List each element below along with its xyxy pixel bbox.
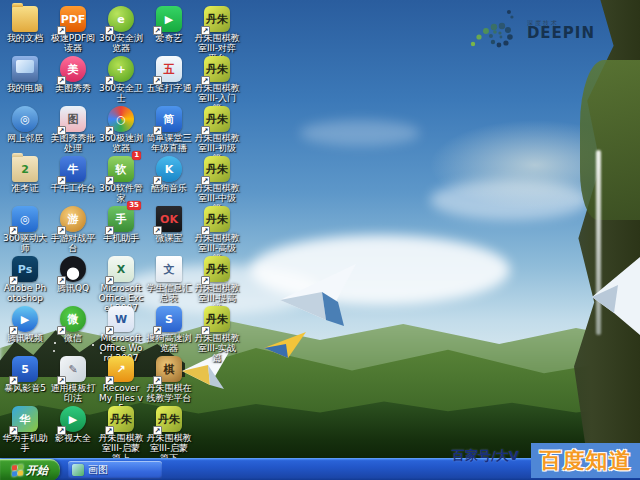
start-button[interactable]: 开始: [0, 459, 60, 480]
desktop-icon-meitu-batch[interactable]: 图↗美图秀秀批处理: [50, 106, 96, 153]
shortcut-arrow-icon: ↗: [201, 76, 210, 85]
shortcut-arrow-icon: ↗: [57, 226, 66, 235]
desktop-icon-pdf-reader[interactable]: PDF↗极速PDF阅读器: [50, 6, 96, 53]
source-watermark: 百家号/大V: [452, 447, 519, 465]
desktop-icon-recover-my-files[interactable]: ↗↗Recover My Files v5: [98, 356, 144, 413]
window-app-icon: [72, 464, 84, 476]
shortcut-arrow-icon: ↗: [153, 226, 162, 235]
shortcut-arrow-icon: ↗: [153, 76, 162, 85]
desktop-icon-student-doc[interactable]: 文学生信息汇总表: [146, 256, 192, 303]
desktop-icon-danzhu-rumen[interactable]: 丹朱↗丹朱围棋教室III-入门篇: [194, 56, 240, 113]
shortcut-arrow-icon: ↗: [201, 126, 210, 135]
desktop-icon-360-driver[interactable]: ◎↗360驱动大师: [2, 206, 48, 253]
desktop-icon-label: 丹朱围棋教室III-启蒙篇下: [146, 433, 192, 458]
desktop-icon-weike-ok[interactable]: OK↗微课宝: [146, 206, 192, 243]
desktop-icon-label: 360软件管家: [98, 183, 144, 203]
shortcut-arrow-icon: ↗: [57, 426, 66, 435]
danzhu-zhongji-icon: 丹朱↗: [204, 156, 230, 182]
desktop-icon-360-browser[interactable]: e↗360安全浏览器: [98, 6, 144, 53]
desktop-icon-kugou[interactable]: K↗酷狗音乐: [146, 156, 192, 193]
desktop-icon-tencent-qq[interactable]: ↗腾讯QQ: [50, 256, 96, 293]
desktop-icon-my-documents[interactable]: 我的文档: [2, 6, 48, 43]
desktop-icon-network-places[interactable]: ◎网上邻居: [2, 106, 48, 143]
desktop-icon-360-chrome[interactable]: ○↗360极速浏览器: [98, 106, 144, 153]
desktop-icon-danzhu-qimeng-xia[interactable]: 丹朱↗丹朱围棋教室III-启蒙篇下: [146, 406, 192, 458]
danzhu-shizhan-icon: 丹朱↗: [204, 306, 230, 332]
desktop-icon-label: 我的文档: [2, 33, 48, 43]
kugou-icon: K↗: [156, 156, 182, 182]
desktop-icon-danzhu-tigao[interactable]: 丹朱↗丹朱围棋教室III-提高篇: [194, 256, 240, 313]
shortcut-arrow-icon: ↗: [201, 326, 210, 335]
desktop-icon-label: 丹朱围棋教室III-实战篇: [194, 333, 240, 363]
windows-flag-icon: [12, 464, 23, 476]
desktop-icon-danzhu-online[interactable]: 棋↗丹朱围棋在线教学平台: [146, 356, 192, 403]
desktop-icon-wechat[interactable]: 微↗微信: [50, 306, 96, 343]
desktop-icon-yingshi-daquan[interactable]: ▶↗影视大全: [50, 406, 96, 443]
desktop-icon-danzhu-gaoji[interactable]: 丹朱↗丹朱围棋教室III-高级篇: [194, 206, 240, 263]
wubi-icon: 五↗: [156, 56, 182, 82]
desktop-icon-zhunkaozheng[interactable]: 2准考证: [2, 156, 48, 193]
desktop-icon-shouyou[interactable]: 游↗手游对战平台: [50, 206, 96, 253]
shortcut-arrow-icon: ↗: [57, 326, 66, 335]
desktop-icon-label: 丹朱围棋在线教学平台: [146, 383, 192, 403]
desktop-icon-sogou-browser[interactable]: S↗搜狗高速浏览器: [146, 306, 192, 353]
desktop-icon-label: 360极速浏览器: [98, 133, 144, 153]
desktop-icon-excel[interactable]: X↗Microsoft Office Excel 2007: [98, 256, 144, 313]
meitu-icon: 美↗: [60, 56, 86, 82]
desktop-icon-baofeng[interactable]: 5↗暴风影音5: [2, 356, 48, 393]
shortcut-arrow-icon: ↗: [105, 226, 114, 235]
desktop-icon-danzhu-zhongji[interactable]: 丹朱↗丹朱围棋教室III-中级篇: [194, 156, 240, 213]
shortcut-arrow-icon: ↗: [105, 376, 114, 385]
desktop-icon-label: 美图秀秀批处理: [50, 133, 96, 153]
desktop-icon-danzhu-duiyi[interactable]: 丹朱↗丹朱围棋教室III-对弈平台: [194, 6, 240, 63]
taskbar-window-button[interactable]: 画图: [68, 461, 162, 479]
icon-grid: 我的文档PDF↗极速PDF阅读器e↗360安全浏览器▶↗爱奇艺丹朱↗丹朱围棋教室…: [0, 0, 640, 458]
360-browser-icon: e↗: [108, 6, 134, 32]
desktop-wallpaper: 深度技术 DEEPIN 我的文档PDF↗极速PDF阅读器e↗360安全浏览器▶↗…: [0, 0, 640, 458]
desktop-icon-qianniu[interactable]: 牛↗千牛工作台: [50, 156, 96, 193]
desktop-icon-word[interactable]: W↗Microsoft Office Word 2007: [98, 306, 144, 363]
pdf-reader-icon: PDF↗: [60, 6, 86, 32]
zhunkaozheng-icon: 2: [12, 156, 38, 182]
desktop-icon-tencent-video[interactable]: ▶↗腾讯视频: [2, 306, 48, 343]
desktop-icon-meitu[interactable]: 美↗美图秀秀: [50, 56, 96, 93]
shortcut-arrow-icon: ↗: [57, 126, 66, 135]
desktop-icon-phone-assist[interactable]: 手↗35手机助手: [98, 206, 144, 243]
shortcut-arrow-icon: ↗: [57, 26, 66, 35]
danzhu-online-icon: 棋↗: [156, 356, 182, 382]
desktop-icon-label: 丹朱围棋教室III-启蒙篇上: [98, 433, 144, 458]
desktop-icon-danzhu-chuji[interactable]: 丹朱↗丹朱围棋教室III-初级篇: [194, 106, 240, 163]
tongyong-print-icon: ✎↗: [60, 356, 86, 382]
shortcut-arrow-icon: ↗: [153, 26, 162, 35]
desktop-icon-tongyong-print[interactable]: ✎↗通用模板打印法: [50, 356, 96, 403]
shortcut-arrow-icon: ↗: [201, 276, 210, 285]
desktop-icon-label: Adobe Photoshop: [2, 283, 48, 303]
desktop-icon-huawei-hisuite[interactable]: 华↗华为手机助手: [2, 406, 48, 453]
desktop-icon-wubi[interactable]: 五↗五笔打字通: [146, 56, 192, 93]
desktop-icon-danzhu-qimeng-shang[interactable]: 丹朱↗丹朱围棋教室III-启蒙篇上: [98, 406, 144, 458]
desktop-icon-label: 手游对战平台: [50, 233, 96, 253]
shortcut-arrow-icon: ↗: [105, 326, 114, 335]
desktop-icon-360-soft[interactable]: 软↗1360软件管家: [98, 156, 144, 203]
shortcut-arrow-icon: ↗: [57, 76, 66, 85]
desktop-icon-label: 360安全浏览器: [98, 33, 144, 53]
qianniu-icon: 牛↗: [60, 156, 86, 182]
photoshop-icon: Ps↗: [12, 256, 38, 282]
desktop-icon-photoshop[interactable]: Ps↗Adobe Photoshop: [2, 256, 48, 303]
sogou-browser-icon: S↗: [156, 306, 182, 332]
recover-my-files-icon: ↗↗: [108, 356, 134, 382]
huawei-hisuite-icon: 华↗: [12, 406, 38, 432]
desktop-icon-iqiyi[interactable]: ▶↗爱奇艺: [146, 6, 192, 43]
desktop-icon-my-computer[interactable]: 我的电脑: [2, 56, 48, 93]
shortcut-arrow-icon: ↗: [105, 26, 114, 35]
danzhu-duiyi-icon: 丹朱↗: [204, 6, 230, 32]
network-places-icon: ◎: [12, 106, 38, 132]
danzhu-tigao-icon: 丹朱↗: [204, 256, 230, 282]
danzhu-rumen-icon: 丹朱↗: [204, 56, 230, 82]
shortcut-arrow-icon: ↗: [105, 76, 114, 85]
desktop-icon-label: 网上邻居: [2, 133, 48, 143]
shortcut-arrow-icon: ↗: [153, 326, 162, 335]
desktop-icon-jiandan-ketang[interactable]: 简↗简单课堂三年级直播: [146, 106, 192, 153]
desktop-icon-danzhu-shizhan[interactable]: 丹朱↗丹朱围棋教室III-实战篇: [194, 306, 240, 363]
desktop-icon-360-safe[interactable]: +↗360安全卫士: [98, 56, 144, 103]
